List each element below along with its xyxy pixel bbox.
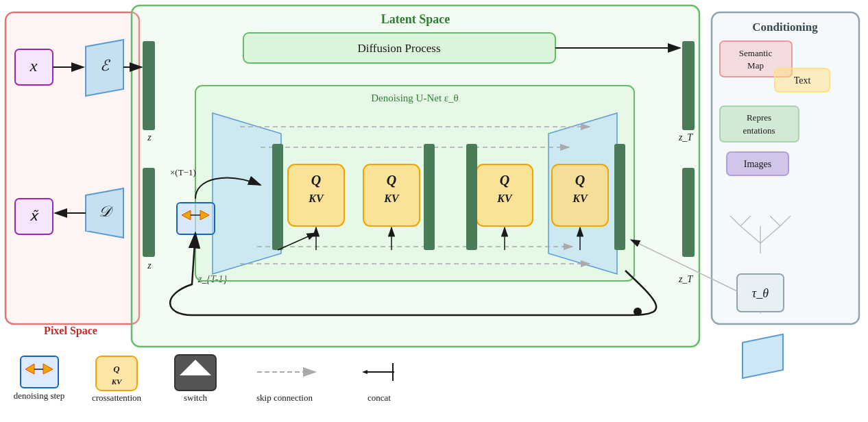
denoise-step-icon-main — [177, 203, 215, 234]
unet-label: Denoising U-Net ε_θ — [371, 92, 459, 103]
concat-arrowhead — [362, 370, 367, 374]
vbar-right-top — [682, 41, 695, 130]
unet-left-shape — [213, 113, 281, 274]
legend-skip-label: skip connection — [256, 393, 313, 403]
legend-q: Q — [113, 364, 120, 374]
legend-concat-label: concat — [367, 393, 391, 403]
vbar-left-bottom — [143, 168, 155, 257]
vbar-unet-1 — [272, 144, 283, 250]
kv-label-2: KV — [383, 193, 400, 204]
q-label-3: Q — [500, 173, 509, 188]
vbar-unet-2 — [424, 144, 435, 250]
semantic-map-label2: Map — [747, 60, 764, 71]
q-label-1: Q — [311, 173, 321, 188]
zT-label-bottom: z_T — [678, 274, 693, 284]
q-label-4: Q — [575, 173, 585, 188]
representations-label1: Repres — [747, 112, 771, 123]
latent-space-label: Latent Space — [381, 12, 450, 26]
q-label-2: Q — [387, 173, 396, 188]
zT-label-top: z_T — [678, 132, 693, 142]
z-label-2: z — [147, 260, 152, 271]
kv-label-1: KV — [308, 193, 324, 204]
x-label: x — [29, 57, 38, 75]
legend-crossattn-label: crossattention — [92, 393, 142, 403]
vbar-left-top — [143, 41, 155, 130]
kv-label-4: KV — [572, 193, 588, 204]
representations-label2: entations — [743, 125, 775, 136]
diffusion-process-label: Diffusion Process — [357, 42, 440, 55]
images-label: Images — [744, 159, 771, 169]
vbar-right-bottom — [682, 168, 695, 257]
legend-denoise-label: denoising step — [14, 390, 65, 401]
kv-label-3: KV — [496, 193, 513, 204]
pixel-space-label: Pixel Space — [44, 325, 97, 337]
legend-kv: KV — [111, 377, 123, 386]
legend-denoise-icon — [21, 356, 58, 388]
legend-switch-label: switch — [184, 393, 207, 403]
text-tag-label: Text — [794, 75, 811, 86]
vbar-unet-4 — [614, 144, 625, 250]
semantic-map-label: Semantic — [739, 48, 773, 58]
conditioning-label: Conditioning — [752, 21, 818, 34]
tau-label: τ_θ — [752, 286, 769, 300]
times-t1-label: ×(T−1) — [170, 167, 196, 177]
representations-tag — [720, 106, 799, 142]
switch-dot — [634, 308, 642, 316]
z-label-1: z — [147, 132, 152, 142]
diagram-svg: Pixel Space Latent Space Conditioning Di… — [0, 0, 868, 422]
tau-parallelogram — [743, 334, 783, 378]
xtilde-label: x̃ — [29, 208, 39, 223]
vbar-unet-3 — [466, 144, 477, 250]
